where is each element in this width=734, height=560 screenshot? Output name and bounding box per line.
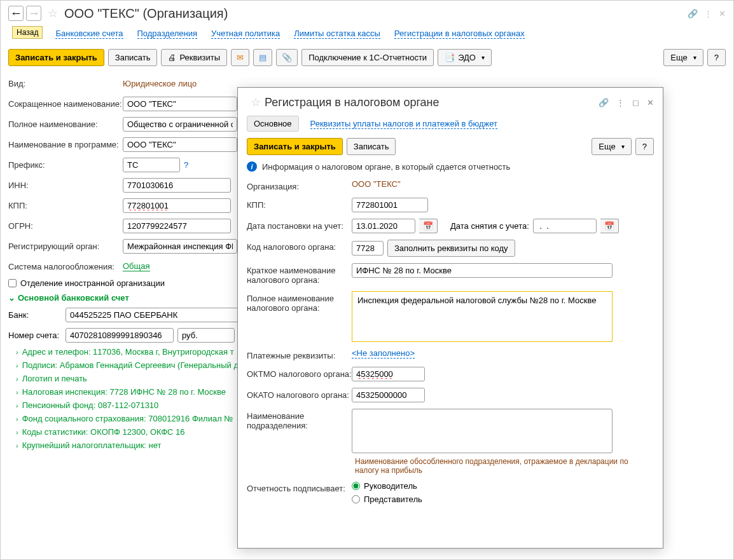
modal-tab-payments[interactable]: Реквизиты уплаты налогов и платежей в бю… bbox=[310, 119, 497, 129]
modal-tax-code-input[interactable] bbox=[352, 241, 384, 256]
favorite-star-icon[interactable]: ☆ bbox=[48, 6, 58, 20]
modal-subdiv-label: Наименование подразделения: bbox=[247, 409, 352, 430]
currency-input[interactable] bbox=[177, 328, 235, 343]
more-button[interactable]: Еще bbox=[663, 49, 703, 66]
account-label: Номер счета: bbox=[8, 331, 66, 340]
kpp-input[interactable] bbox=[123, 198, 231, 213]
chevron-right-icon: › bbox=[16, 428, 18, 436]
reg-org-label: Регистрирующий орган: bbox=[8, 242, 123, 251]
modal-tab-main[interactable]: Основное bbox=[247, 116, 299, 132]
tab-cash-limits[interactable]: Лимиты остатка кассы bbox=[294, 29, 380, 39]
modal-subdiv-hint: Наименование обособленного подразделения… bbox=[355, 457, 654, 475]
modal-subdiv-textarea[interactable] bbox=[352, 409, 613, 453]
edo-icon: 📑 bbox=[445, 53, 455, 62]
modal-close-icon[interactable]: ✕ bbox=[647, 98, 654, 107]
modal-full-name-textarea[interactable]: Инспекция федеральной налоговой службы №… bbox=[352, 291, 613, 342]
help-button[interactable]: ? bbox=[707, 49, 726, 66]
chevron-right-icon: › bbox=[16, 375, 18, 383]
page-title: ООО "ТЕКС" (Организация) bbox=[64, 6, 228, 21]
menu-dots-icon[interactable]: ⋮ bbox=[704, 9, 712, 18]
modal-kpp-label: КПП: bbox=[247, 198, 352, 210]
modal-okato-label: ОКАТО налогового органа: bbox=[247, 388, 352, 400]
modal-save-button[interactable]: Записать bbox=[347, 138, 396, 155]
tab-subdivisions[interactable]: Подразделения bbox=[137, 29, 198, 39]
modal-menu-icon[interactable]: ⋮ bbox=[616, 98, 625, 107]
chevron-right-icon: › bbox=[16, 442, 18, 449]
modal-oktmo-label: ОКТМО налогового органа: bbox=[247, 367, 352, 379]
back-button[interactable]: 🡐 bbox=[8, 6, 24, 21]
modal-reg-date-label: Дата постановки на учет: bbox=[247, 219, 352, 231]
chevron-right-icon: › bbox=[16, 348, 18, 356]
modal-save-close-button[interactable]: Записать и закрыть bbox=[247, 138, 343, 155]
modal-more-button[interactable]: Еще bbox=[592, 138, 631, 155]
modal-payment-label: Платежные реквизиты: bbox=[247, 348, 352, 360]
tab-bank-accounts[interactable]: Банковские счета bbox=[55, 29, 123, 39]
link-icon[interactable]: 🔗 bbox=[688, 9, 698, 18]
doc-button[interactable]: ▤ bbox=[253, 49, 272, 66]
modal-payment-link[interactable]: <Не заполнено> bbox=[352, 348, 415, 359]
modal-link-icon[interactable]: 🔗 bbox=[599, 98, 609, 107]
foreign-branch-checkbox[interactable] bbox=[8, 279, 17, 287]
tax-system-label: Система налогообложения: bbox=[8, 262, 123, 271]
ogrn-label: ОГРН: bbox=[8, 221, 123, 231]
chevron-right-icon: › bbox=[16, 402, 18, 409]
account-input[interactable] bbox=[66, 328, 174, 343]
modal-kpp-input[interactable] bbox=[352, 198, 428, 212]
short-name-label: Сокращенное наименование: bbox=[8, 99, 123, 109]
modal-info-text: Информация о налоговом органе, в который… bbox=[262, 162, 510, 172]
modal-tax-code-label: Код налогового органа: bbox=[247, 240, 352, 252]
reg-org-input[interactable] bbox=[123, 239, 237, 254]
chevron-right-icon: › bbox=[16, 362, 18, 369]
signer-rep-radio[interactable] bbox=[352, 495, 360, 503]
full-name-input[interactable] bbox=[123, 117, 237, 132]
forward-button[interactable]: 🡒 bbox=[26, 6, 41, 21]
modal-dereg-date-input[interactable] bbox=[533, 219, 597, 233]
details-button[interactable]: 🖨Реквизиты bbox=[161, 49, 227, 66]
fill-by-code-button[interactable]: Заполнить реквизиты по коду bbox=[387, 240, 515, 257]
calendar-button[interactable]: 📅 bbox=[419, 219, 438, 233]
modal-okato-input[interactable] bbox=[352, 388, 425, 402]
back-tooltip: Назад bbox=[12, 26, 43, 39]
modal-signer-label: Отчетность подписывает: bbox=[247, 481, 352, 493]
edo-button[interactable]: 📑ЭДО bbox=[438, 49, 492, 66]
kpp-label: КПП: bbox=[8, 201, 123, 210]
prefix-label: Префикс: bbox=[8, 160, 123, 170]
chevron-right-icon: › bbox=[16, 388, 18, 396]
signer-head-radio[interactable] bbox=[352, 482, 360, 490]
hint-icon[interactable]: ? bbox=[184, 160, 188, 170]
mail-button[interactable]: ✉ bbox=[231, 49, 249, 66]
prefix-input[interactable] bbox=[123, 158, 180, 172]
tab-accounting-policy[interactable]: Учетная политика bbox=[211, 29, 280, 39]
program-name-label: Наименование в программе: bbox=[8, 140, 123, 149]
calendar-button[interactable]: 📅 bbox=[600, 219, 619, 233]
signer-rep-label: Представитель bbox=[364, 495, 422, 504]
attach-button[interactable]: 📎 bbox=[276, 49, 298, 66]
short-name-input[interactable] bbox=[123, 97, 237, 111]
favorite-star-icon[interactable]: ☆ bbox=[251, 95, 261, 109]
foreign-branch-label: Отделение иностранной организации bbox=[20, 278, 165, 288]
tab-tax-registrations[interactable]: Регистрации в налоговых органах bbox=[394, 29, 525, 39]
bank-label: Банк: bbox=[8, 310, 66, 320]
modal-short-name-input[interactable] bbox=[352, 263, 613, 278]
modal-maximize-icon[interactable]: ◻ bbox=[632, 98, 639, 107]
chevron-right-icon: › bbox=[16, 415, 18, 423]
full-name-label: Полное наименование: bbox=[8, 120, 123, 129]
bank-input[interactable] bbox=[66, 308, 244, 322]
modal-org-label: Организация: bbox=[247, 179, 352, 191]
modal-dereg-date-label: Дата снятия с учета: bbox=[450, 221, 529, 231]
tax-system-link[interactable]: Общая bbox=[123, 261, 150, 271]
program-name-input[interactable] bbox=[123, 137, 237, 152]
modal-help-button[interactable]: ? bbox=[635, 138, 654, 155]
modal-oktmo-input[interactable] bbox=[352, 367, 425, 381]
close-icon[interactable]: ✕ bbox=[719, 9, 726, 18]
connect-1c-button[interactable]: Подключение к 1С-Отчетности bbox=[301, 49, 434, 66]
info-icon: i bbox=[247, 161, 257, 172]
save-button[interactable]: Записать bbox=[108, 49, 158, 66]
signer-head-label: Руководитель bbox=[364, 481, 417, 491]
inn-input[interactable] bbox=[123, 178, 231, 193]
modal-reg-date-input[interactable] bbox=[352, 219, 415, 233]
type-label: Вид: bbox=[8, 79, 123, 88]
modal-short-name-label: Краткое наименование налогового органа: bbox=[247, 263, 352, 285]
ogrn-input[interactable] bbox=[123, 219, 231, 233]
save-close-button[interactable]: Записать и закрыть bbox=[8, 49, 104, 66]
